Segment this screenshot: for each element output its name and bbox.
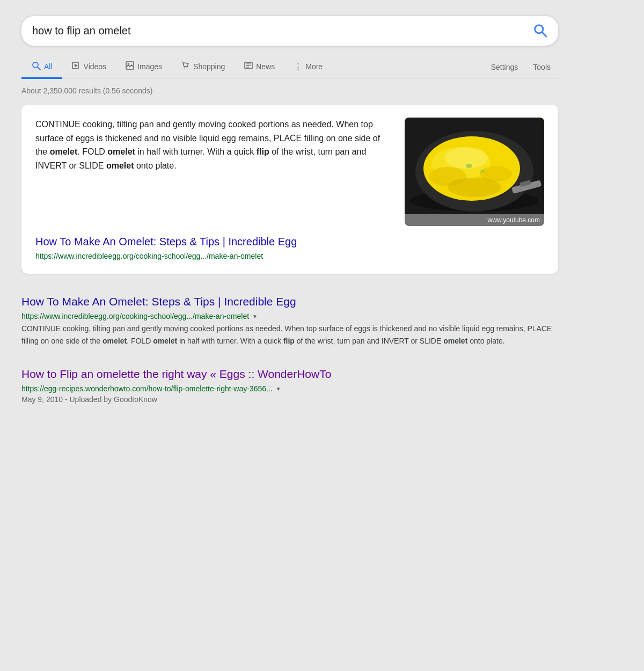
r1-m1: . FOLD xyxy=(127,337,153,345)
search-results: How To Make An Omelet: Steps & Tips | In… xyxy=(21,285,558,414)
tab-videos-label: Videos xyxy=(84,62,107,71)
featured-title[interactable]: How To Make An Omelet: Steps & Tips | In… xyxy=(35,236,544,248)
nav-tabs: All Videos Images xyxy=(21,55,558,79)
result-url-line-1: https://www.incredibleegg.org/cooking-sc… xyxy=(21,312,558,320)
result-snippet-1: CONTINUE cooking, tilting pan and gently… xyxy=(21,323,558,347)
tab-news-label: News xyxy=(256,62,275,71)
tab-all[interactable]: All xyxy=(21,55,62,79)
tab-shopping-label: Shopping xyxy=(193,62,225,71)
svg-point-9 xyxy=(187,68,188,69)
snippet-bold1: omelet xyxy=(50,147,78,156)
featured-url: https://www.incredibleegg.org/cooking-sc… xyxy=(35,252,263,260)
tab-videos[interactable]: Videos xyxy=(62,56,116,78)
svg-marker-5 xyxy=(75,64,78,67)
r1-b4: omelet xyxy=(443,337,467,345)
svg-point-22 xyxy=(448,178,501,197)
more-icon: ⋮ xyxy=(294,62,302,71)
tab-all-label: All xyxy=(44,62,53,71)
result-title-2[interactable]: How to Flip an omelette the right way « … xyxy=(21,367,558,381)
result-dropdown-2[interactable]: ▼ xyxy=(276,386,281,392)
search-button[interactable] xyxy=(532,23,547,39)
r1-b2: omelet xyxy=(153,337,177,345)
images-icon xyxy=(126,61,134,71)
omelet-svg xyxy=(405,118,544,214)
featured-image-wrapper: www.youtube.com xyxy=(405,118,544,226)
tab-more[interactable]: ⋮ More xyxy=(284,56,332,78)
snippet-bold4: omelet xyxy=(106,161,134,170)
result-url-line-2: https://egg-recipes.wonderhowto.com/how-… xyxy=(21,384,558,393)
tab-more-label: More xyxy=(305,62,323,71)
svg-point-8 xyxy=(184,68,185,69)
search-bar: how to flip an omelet xyxy=(21,16,558,46)
featured-image xyxy=(405,118,544,214)
all-icon xyxy=(31,61,41,72)
nav-right: Settings Tools xyxy=(484,57,558,77)
featured-snippet: CONTINUE cooking, tilting pan and gently… xyxy=(21,105,558,274)
snippet-bold2: omelet xyxy=(107,147,135,156)
svg-point-24 xyxy=(480,170,485,173)
settings-link[interactable]: Settings xyxy=(484,57,526,77)
videos-icon xyxy=(72,61,80,71)
search-icon xyxy=(532,23,547,38)
r1-b3: flip xyxy=(283,337,295,345)
result-url-2[interactable]: https://egg-recipes.wonderhowto.com/how-… xyxy=(21,384,273,393)
r1-m3: of the wrist, turn pan and INVERT or SLI… xyxy=(295,337,443,345)
featured-image-source: www.youtube.com xyxy=(405,214,544,226)
svg-line-1 xyxy=(542,32,546,37)
result-dropdown-1[interactable]: ▼ xyxy=(252,313,258,319)
tab-news[interactable]: News xyxy=(235,56,284,78)
result-item: How To Make An Omelet: Steps & Tips | In… xyxy=(21,285,558,357)
svg-point-23 xyxy=(466,164,472,168)
result-date-2: May 9, 2010 - Uploaded by GoodtoKnow xyxy=(21,395,558,404)
result-item-2: How to Flip an omelette the right way « … xyxy=(21,357,558,414)
r1-b1: omelet xyxy=(103,337,127,345)
shopping-icon xyxy=(181,61,190,71)
snippet-bold3: flip xyxy=(257,147,269,156)
snippet-mid2: in half with turner. With a quick xyxy=(135,147,257,156)
results-count: About 2,350,000 results (0.56 seconds) xyxy=(21,86,558,95)
svg-line-3 xyxy=(38,67,40,70)
result-title-1[interactable]: How To Make An Omelet: Steps & Tips | In… xyxy=(21,294,558,309)
search-input[interactable]: how to flip an omelet xyxy=(32,25,532,37)
result-url-1[interactable]: https://www.incredibleegg.org/cooking-sc… xyxy=(21,312,249,320)
r1-m2: in half with turner. With a quick xyxy=(177,337,283,345)
featured-text: CONTINUE cooking, tilting pan and gently… xyxy=(35,118,394,172)
tab-images-label: Images xyxy=(137,62,162,71)
tab-images[interactable]: Images xyxy=(116,56,172,78)
tab-shopping[interactable]: Shopping xyxy=(172,56,235,78)
featured-content: CONTINUE cooking, tilting pan and gently… xyxy=(35,118,544,226)
r1-after: onto plate. xyxy=(467,337,504,345)
snippet-text-after: onto plate. xyxy=(134,161,176,170)
news-icon xyxy=(244,61,253,71)
snippet-mid1: . FOLD xyxy=(77,147,107,156)
tools-link[interactable]: Tools xyxy=(525,57,558,77)
